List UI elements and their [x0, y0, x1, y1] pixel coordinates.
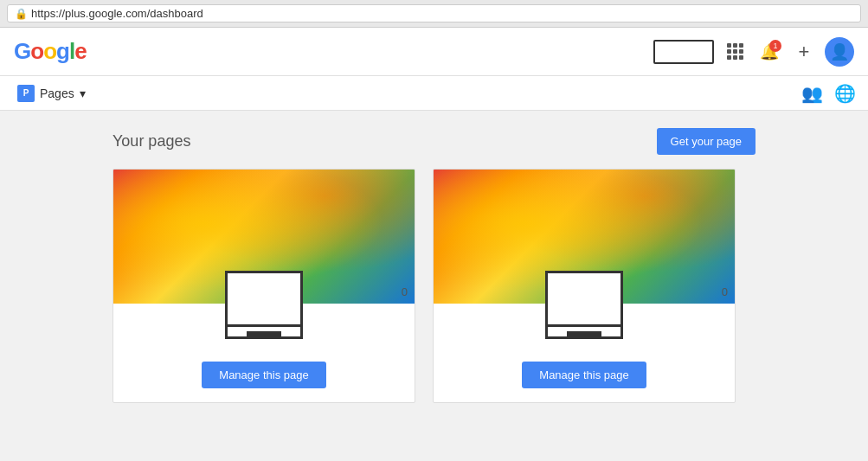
card-body: Manage this page	[113, 304, 415, 402]
manage-page-button[interactable]: Manage this page	[202, 362, 325, 388]
monitor-stand	[225, 327, 303, 339]
google-logo: Google	[14, 38, 87, 65]
monitor-stand	[545, 327, 623, 339]
pages-label: Pages	[40, 86, 74, 100]
search-box[interactable]	[653, 40, 714, 64]
translate-icon: 🌐	[834, 83, 856, 104]
section-title: Your pages	[113, 132, 190, 150]
main-content: Your pages Get your page 0 Manage this p…	[0, 111, 868, 461]
waffle-icon	[727, 43, 743, 60]
card-body: Manage this page	[434, 304, 735, 402]
secure-icon: 🔒	[15, 8, 28, 20]
manage-page-button[interactable]: Manage this page	[522, 362, 646, 388]
logo-g2: g	[56, 38, 69, 64]
url-text: https://plus.google.com/dashboard	[31, 7, 203, 20]
section-header: Your pages Get your page	[113, 128, 755, 155]
top-nav: Google 🔔 1 + 👤	[0, 28, 868, 76]
follower-count: 0	[722, 285, 728, 298]
waffle-menu-button[interactable]	[721, 38, 749, 66]
plus-icon: +	[799, 41, 810, 63]
avatar[interactable]: 👤	[825, 37, 854, 67]
sub-nav: P Pages ▾ 👥 🌐	[0, 76, 868, 111]
page-icon-wrapper	[221, 271, 307, 344]
translate-icon-button[interactable]: 🌐	[832, 80, 858, 106]
pages-dropdown-button[interactable]: P Pages ▾	[10, 81, 93, 106]
logo-e: e	[74, 38, 86, 64]
chevron-down-icon: ▾	[80, 86, 86, 100]
nav-right: 🔔 1 + 👤	[653, 37, 854, 67]
people-icon-button[interactable]: 👥	[799, 80, 825, 106]
logo-o1: o	[30, 38, 43, 64]
follower-count: 0	[402, 285, 408, 298]
add-button[interactable]: +	[790, 38, 818, 66]
monitor-icon	[225, 271, 303, 327]
sub-nav-right: 👥 🌐	[799, 80, 858, 106]
notifications-button[interactable]: 🔔 1	[755, 38, 783, 66]
logo-o2: o	[43, 38, 56, 64]
page-card: 0 Manage this page	[433, 169, 736, 403]
get-page-button[interactable]: Get your page	[657, 128, 755, 155]
notification-count: 1	[769, 40, 781, 52]
pages-grid: 0 Manage this page 0 Manage this page	[113, 169, 755, 403]
pages-icon: P	[17, 85, 35, 102]
page-icon-wrapper	[541, 271, 627, 344]
people-icon: 👥	[801, 83, 823, 104]
logo-g: G	[14, 38, 30, 64]
page-card: 0 Manage this page	[113, 169, 415, 403]
url-bar[interactable]: 🔒 https://plus.google.com/dashboard	[7, 4, 861, 22]
monitor-icon	[545, 271, 623, 327]
avatar-icon: 👤	[830, 42, 849, 61]
browser-bar: 🔒 https://plus.google.com/dashboard	[0, 0, 868, 28]
